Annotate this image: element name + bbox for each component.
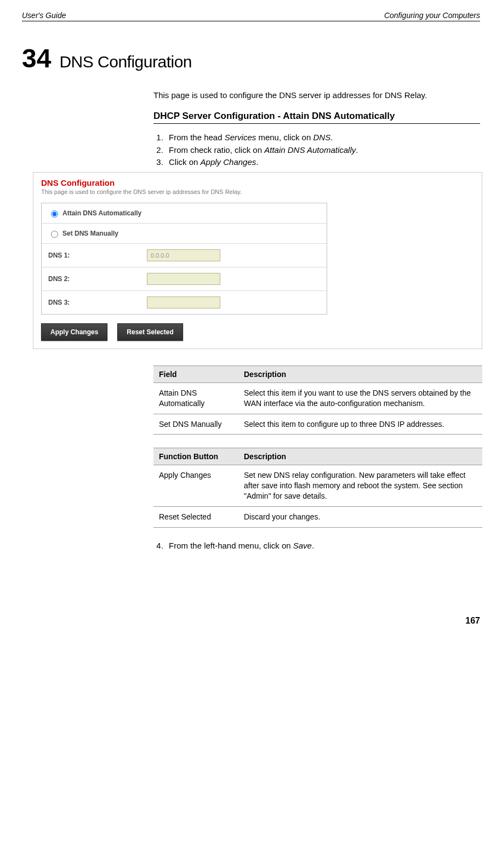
table-row: Set DNS Manually Select this item to con… (153, 414, 482, 435)
radio-row-manual: Set DNS Manually (42, 224, 327, 244)
chapter-title: 34 DNS Configuration (22, 43, 480, 73)
step-1: From the head Services menu, click on DN… (166, 132, 480, 144)
table1-header-field: Field (153, 366, 238, 382)
step-4: From the left-hand menu, click on Save. (166, 541, 480, 550)
table2-header-field: Function Button (153, 448, 238, 465)
step-3: Click on Apply Changes. (166, 156, 480, 169)
ss-subtitle: This page is used to configure the DNS s… (41, 189, 474, 195)
table-row: Reset Selected Discard your changes. (153, 507, 482, 528)
section-heading: DHCP Server Configuration - Attain DNS A… (153, 111, 480, 124)
apply-changes-button[interactable]: Apply Changes (41, 323, 107, 341)
radio-attain-auto[interactable] (51, 210, 58, 218)
radio-row-auto: Attain DNS Automatically (42, 203, 327, 224)
field-description-table: Field Description Attain DNS Automatical… (153, 366, 482, 435)
steps-list: From the head Services menu, click on DN… (153, 132, 480, 169)
dns1-input[interactable] (147, 249, 220, 261)
step-2: From check ratio, click on Attain DNS Au… (166, 144, 480, 157)
button-bar: Apply Changes Reset Selected (41, 323, 474, 341)
page-number: 167 (22, 616, 480, 626)
function-button-table: Function Button Description Apply Change… (153, 448, 482, 528)
dns2-label: DNS 2: (48, 275, 147, 283)
table-row: Attain DNS Automatically Select this ite… (153, 382, 482, 414)
header-left: User's Guide (22, 11, 66, 20)
dns3-row: DNS 3: (42, 291, 327, 314)
dns1-row: DNS 1: (42, 244, 327, 267)
radio-auto-label: Attain DNS Automatically (62, 209, 141, 217)
running-header: User's Guide Configuring your Computers (22, 11, 480, 21)
dns2-input[interactable] (147, 273, 220, 285)
reset-selected-button[interactable]: Reset Selected (117, 323, 182, 341)
ss-title: DNS Configuration (41, 178, 474, 187)
chapter-heading: DNS Configuration (59, 53, 192, 71)
header-right: Configuring your Computers (384, 11, 480, 20)
table-row: Apply Changes Set new DNS relay configur… (153, 465, 482, 507)
step-4-block: From the left-hand menu, click on Save. (153, 541, 480, 550)
radio-manual-label: Set DNS Manually (62, 230, 118, 237)
intro-paragraph: This page is used to configure the DNS s… (153, 90, 480, 101)
embedded-screenshot: DNS Configuration This page is used to c… (33, 172, 482, 349)
dns1-label: DNS 1: (48, 252, 147, 259)
chapter-number: 34 (22, 43, 51, 73)
dns3-label: DNS 3: (48, 299, 147, 306)
options-box: Attain DNS Automatically Set DNS Manuall… (41, 203, 327, 315)
dns2-row: DNS 2: (42, 267, 327, 291)
table2-header-desc: Description (238, 448, 482, 465)
radio-set-manual[interactable] (51, 231, 58, 238)
dns3-input[interactable] (147, 296, 220, 309)
table1-header-desc: Description (238, 366, 482, 382)
